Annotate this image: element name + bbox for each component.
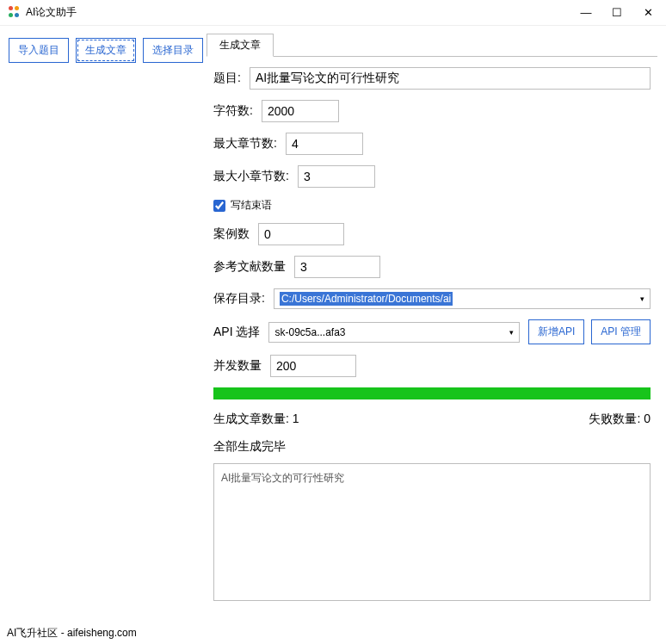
concurrency-input[interactable] — [270, 355, 356, 377]
ref-count-input[interactable] — [294, 256, 380, 278]
api-select-label: API 选择 — [213, 325, 260, 340]
generated-count-text: 生成文章数量: 1 — [213, 412, 299, 427]
footer-text: AI飞升社区 - aifeisheng.com — [7, 626, 137, 641]
save-dir-label: 保存目录: — [213, 291, 265, 307]
api-select[interactable]: sk-09c5a...afa3 ▾ — [268, 322, 520, 343]
write-conclusion-label: 写结束语 — [231, 198, 272, 213]
max-chapter-label: 最大章节数: — [213, 136, 277, 152]
charcount-input[interactable] — [262, 100, 339, 122]
save-dir-select[interactable]: C:/Users/Administrator/Documents/ai ▾ — [274, 288, 651, 309]
done-text: 全部生成完毕 — [213, 439, 651, 455]
chevron-down-icon: ▾ — [509, 328, 514, 337]
log-line: AI批量写论文的可行性研究 — [221, 471, 643, 486]
left-toolbar: 导入题目 生成文章 选择目录 — [0, 26, 207, 618]
tab-generate-article[interactable]: 生成文章 — [207, 34, 274, 57]
manage-api-button[interactable]: API 管理 — [591, 319, 651, 344]
maximize-icon[interactable]: ☐ — [611, 6, 623, 19]
case-count-input[interactable] — [258, 223, 344, 245]
case-count-label: 案例数 — [213, 226, 250, 242]
import-topic-button[interactable]: 导入题目 — [9, 38, 69, 63]
progress-bar — [213, 387, 651, 399]
log-output[interactable]: AI批量写论文的可行性研究 — [213, 463, 651, 601]
window-title: AI论文助手 — [26, 5, 77, 20]
max-subchapter-label: 最大小章节数: — [213, 169, 289, 184]
max-chapter-input[interactable] — [286, 133, 363, 155]
add-api-button[interactable]: 新增API — [528, 319, 584, 344]
select-directory-button[interactable]: 选择目录 — [143, 38, 203, 63]
titlebar: AI论文助手 — ☐ ✕ — [0, 0, 666, 26]
title-label: 题目: — [213, 71, 241, 86]
generate-article-button[interactable]: 生成文章 — [76, 38, 136, 63]
concurrency-label: 并发数量 — [213, 358, 262, 374]
generate-panel: 题目: 字符数: 最大章节数: 最大小章节数: 写结束语 案例数 — [207, 56, 657, 618]
close-icon[interactable]: ✕ — [642, 6, 654, 19]
charcount-label: 字符数: — [213, 103, 253, 119]
minimize-icon[interactable]: — — [580, 6, 592, 19]
app-icon — [7, 6, 21, 20]
ref-count-label: 参考文献数量 — [213, 259, 286, 275]
write-conclusion-checkbox[interactable] — [213, 200, 225, 212]
max-subchapter-input[interactable] — [298, 165, 375, 188]
failed-count-text: 失败数量: 0 — [589, 412, 651, 427]
chevron-down-icon: ▾ — [640, 294, 644, 303]
title-input[interactable] — [250, 67, 651, 90]
